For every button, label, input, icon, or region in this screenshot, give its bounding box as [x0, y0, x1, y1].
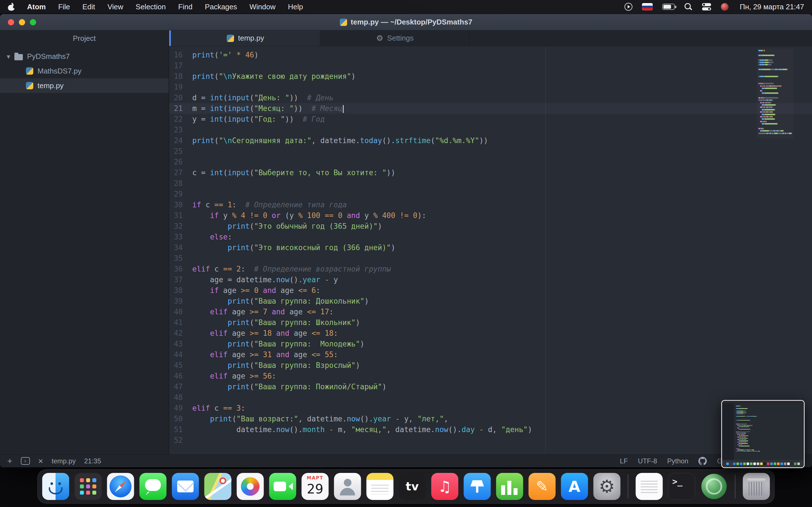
dock-launchpad-icon[interactable]: [75, 473, 102, 500]
code-line-37[interactable]: 37 age = datetime.now().year - y: [169, 274, 812, 285]
code-line-47[interactable]: 47 print("Ваша группа: Пожилой/Старый"): [169, 381, 812, 392]
code-line-21[interactable]: 21m = int(input("Месяц: ")) # Месяц: [169, 103, 812, 114]
code-line-24[interactable]: 24print("\nСегодняшняя дата:", datetime.…: [169, 135, 812, 146]
dock-facetime-icon[interactable]: [269, 473, 296, 500]
line-number[interactable]: 34: [169, 242, 192, 253]
line-number[interactable]: 21: [169, 103, 192, 114]
line-number[interactable]: 39: [169, 296, 192, 306]
siri-icon[interactable]: [721, 3, 728, 11]
tab-temp-py[interactable]: temp.py: [171, 31, 320, 46]
zoom-window-button[interactable]: [30, 19, 36, 25]
statusbar-line-ending[interactable]: LF: [620, 457, 628, 465]
close-window-button[interactable]: [8, 19, 14, 25]
code-line-23[interactable]: 23: [169, 124, 812, 135]
code-line-43[interactable]: 43 print("Ваша группа: Молодежь"): [169, 339, 812, 349]
tab-settings[interactable]: Settings: [320, 31, 470, 46]
dock-messages-icon[interactable]: [140, 473, 167, 500]
line-number[interactable]: 41: [169, 317, 192, 328]
code-line-22[interactable]: 22y = int(input("Год: ")) # Год: [169, 114, 812, 124]
dock-finder-icon[interactable]: [42, 473, 69, 500]
code-line-19[interactable]: 19: [169, 82, 812, 93]
code-line-28[interactable]: 28: [169, 178, 812, 189]
menu-window[interactable]: Window: [250, 3, 275, 11]
dock-settings-icon[interactable]: ⚙: [594, 473, 620, 500]
line-number[interactable]: 35: [169, 253, 192, 264]
menu-selection[interactable]: Selection: [136, 3, 166, 11]
menu-view[interactable]: View: [107, 3, 123, 11]
dock-calendar-icon[interactable]: МАРТ29: [302, 473, 329, 500]
code-line-45[interactable]: 45 print("Ваша группа: Взрослый"): [169, 360, 812, 371]
minimap[interactable]: [757, 48, 794, 138]
code-line-26[interactable]: 26: [169, 157, 812, 167]
statusbar-grammar[interactable]: Python: [667, 457, 689, 465]
line-number[interactable]: 42: [169, 328, 192, 339]
line-number[interactable]: 22: [169, 114, 192, 124]
line-number[interactable]: 18: [169, 71, 192, 82]
menu-packages[interactable]: Packages: [205, 3, 237, 11]
menu-find[interactable]: Find: [178, 3, 193, 11]
line-number[interactable]: 33: [169, 231, 192, 242]
code-line-52[interactable]: 52: [169, 435, 812, 446]
line-number[interactable]: 40: [169, 306, 192, 317]
menu-file[interactable]: File: [58, 3, 70, 11]
statusbar-encoding[interactable]: UTF-8: [638, 457, 657, 465]
spotlight-icon[interactable]: [684, 3, 692, 11]
dock-textedit-icon[interactable]: [636, 473, 663, 500]
dock-terminal-icon[interactable]: >_: [668, 473, 695, 500]
line-number[interactable]: 20: [169, 93, 192, 103]
line-number[interactable]: 47: [169, 381, 192, 392]
add-terminal-icon[interactable]: +: [7, 457, 12, 465]
line-number[interactable]: 30: [169, 200, 192, 210]
line-number[interactable]: 45: [169, 360, 192, 371]
dock-safari-icon[interactable]: [107, 473, 134, 500]
code-line-18[interactable]: 18print("\nУкажите свою дату рождения"): [169, 71, 812, 82]
dock-appstore-icon[interactable]: A: [561, 473, 588, 500]
input-source-flag-icon[interactable]: [642, 3, 653, 10]
screen-record-icon[interactable]: [624, 3, 632, 11]
close-terminal-icon[interactable]: ×: [38, 457, 43, 465]
dock-tv-icon[interactable]: tv: [399, 473, 426, 500]
line-number[interactable]: 23: [169, 124, 192, 135]
dock-contacts-icon[interactable]: [334, 473, 361, 500]
titlebar[interactable]: temp.py — ~/Desktop/PyDSmaths7: [0, 14, 812, 31]
tree-file-mathsds7[interactable]: MathsDS7.py: [0, 64, 168, 78]
line-number[interactable]: 50: [169, 413, 192, 424]
code-line-38[interactable]: 38 if age >= 0 and age <= 6:: [169, 285, 812, 296]
github-icon[interactable]: [698, 457, 707, 465]
code-line-27[interactable]: 27c = int(input("Выберите то, что Вы хот…: [169, 167, 812, 178]
line-number[interactable]: 24: [169, 135, 192, 146]
minimize-window-button[interactable]: [19, 19, 25, 25]
menu-edit[interactable]: Edit: [82, 3, 95, 11]
code-line-41[interactable]: 41 print("Ваша группа: Школьник"): [169, 317, 812, 328]
code-line-35[interactable]: 35: [169, 253, 812, 264]
code-editor[interactable]: 16print('=' * 46)1718print("\nУкажите св…: [169, 46, 812, 454]
line-number[interactable]: 52: [169, 435, 192, 446]
line-number[interactable]: 49: [169, 403, 192, 413]
chevron-down-icon[interactable]: [7, 52, 10, 61]
line-number[interactable]: 46: [169, 371, 192, 381]
dock-keynote-icon[interactable]: [464, 473, 491, 500]
line-number[interactable]: 16: [169, 50, 192, 60]
code-line-31[interactable]: 31 if y % 4 != 0 or (y % 100 == 0 and y …: [169, 210, 812, 221]
menu-help[interactable]: Help: [288, 3, 303, 11]
line-number[interactable]: 17: [169, 60, 192, 71]
line-number[interactable]: 26: [169, 157, 192, 167]
control-center-icon[interactable]: [702, 3, 711, 10]
code-line-42[interactable]: 42 elif age >= 18 and age <= 18:: [169, 328, 812, 339]
code-line-39[interactable]: 39 print("Ваша группа: Дошкольник"): [169, 296, 812, 306]
line-number[interactable]: 25: [169, 146, 192, 157]
line-number[interactable]: 48: [169, 392, 192, 403]
code-line-32[interactable]: 32 print("Это обычный год (365 дней)"): [169, 221, 812, 231]
line-number[interactable]: 43: [169, 339, 192, 349]
dock-music-icon[interactable]: ♫: [432, 473, 458, 500]
line-number[interactable]: 32: [169, 221, 192, 231]
code-line-48[interactable]: 48: [169, 392, 812, 403]
dock-photos-icon[interactable]: [237, 473, 264, 500]
code-line-30[interactable]: 30if c == 1: # Определение типа года: [169, 200, 812, 210]
line-number[interactable]: 37: [169, 274, 192, 285]
line-number[interactable]: 36: [169, 264, 192, 274]
code-line-34[interactable]: 34 print("Это високосный год (366 дней)"…: [169, 242, 812, 253]
line-number[interactable]: 31: [169, 210, 192, 221]
dock-maps-icon[interactable]: [204, 473, 232, 500]
statusbar-cursor-position[interactable]: 21:35: [84, 457, 101, 465]
